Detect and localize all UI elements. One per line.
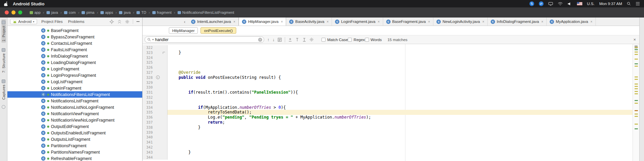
code-line[interactable]: 322 [143, 45, 639, 50]
stripe-mark[interactable] [635, 47, 638, 48]
code-line[interactable]: 335 retryToSendData(); [143, 110, 639, 115]
menubar-clock[interactable]: Mon 9:37 AM [599, 2, 622, 6]
code-line[interactable]: 337 return; [143, 120, 639, 125]
tree-item[interactable]: cLoginFragment [7, 66, 142, 72]
close-tab-icon[interactable]: × [482, 20, 484, 24]
tree-item[interactable]: cNotificationsFiltersListFragment [7, 91, 142, 98]
close-tab-icon[interactable]: × [378, 20, 380, 24]
tree-item[interactable]: cFaultsListFragment [7, 46, 142, 53]
breadcrumb-item[interactable]: TD [136, 10, 146, 14]
show-results-icon[interactable] [278, 38, 282, 42]
code-editor[interactable]: 322323}324325326327@Override328↑public v… [143, 45, 639, 160]
editor-tab[interactable]: cMyApplication.java× [547, 18, 596, 26]
code-line[interactable]: 334 if(MyApplication.numberOfTries > 0){ [143, 105, 639, 110]
filter-icon-2[interactable] [295, 38, 299, 42]
close-tab-icon[interactable]: × [281, 20, 283, 24]
tree-item[interactable]: cNotificationsListFragment [7, 98, 142, 104]
checkbox[interactable] [365, 38, 369, 42]
zoom-window-button[interactable] [18, 10, 22, 14]
stripe-mark[interactable] [635, 100, 638, 101]
tree-item[interactable]: cContactsListFragment [7, 40, 142, 46]
stripe-mark[interactable] [635, 124, 638, 125]
error-stripe[interactable] [633, 44, 639, 161]
code-line[interactable]: 328↑public void onPostExecute(String res… [143, 75, 639, 80]
breadcrumb-item[interactable]: NotificationsFiltersListFragment [178, 10, 234, 14]
breadcrumb-item[interactable]: pima [82, 10, 94, 14]
stripe-mark[interactable] [635, 52, 638, 53]
stripe-mark[interactable] [635, 49, 638, 50]
tree-item[interactable]: cLoadingDialogFragment [7, 59, 142, 66]
stripe-mark[interactable] [635, 76, 638, 77]
code-line[interactable]: 343 } [143, 150, 639, 155]
breadcrumb-item[interactable]: apps [100, 10, 113, 14]
stripe-mark[interactable] [635, 54, 638, 55]
chevron-left-icon[interactable]: ‹ [181, 18, 188, 26]
app-menu-title[interactable]: Android Studio [13, 1, 44, 6]
keyboard-layout-label[interactable]: U.S. [587, 2, 594, 6]
filter-icon-3[interactable] [302, 38, 306, 42]
search-settings-gear-icon[interactable] [309, 37, 314, 42]
search-history-icon[interactable]: ▾ [152, 38, 154, 41]
tree-item[interactable]: cPartitionsNamesFragment [7, 149, 142, 155]
fold-end-icon[interactable] [163, 52, 165, 54]
next-match-icon[interactable]: ↓ [273, 37, 275, 42]
checkbox[interactable] [348, 38, 352, 42]
close-tab-icon[interactable]: × [327, 20, 329, 24]
favorites-icon[interactable] [2, 105, 5, 109]
breadcrumb-item[interactable]: fragment [152, 10, 172, 14]
stripe-mark[interactable] [635, 93, 638, 94]
breadcrumb-item[interactable]: java [119, 10, 130, 14]
stripe-mark[interactable] [635, 84, 638, 85]
overriding-method-icon[interactable]: ↑ [156, 75, 160, 79]
keyboard-flag-icon[interactable] [577, 2, 582, 5]
locate-file-icon[interactable] [110, 20, 114, 24]
stripe-mark[interactable] [635, 110, 638, 111]
project-view-selector[interactable]: Android ▾ [10, 19, 37, 24]
minimize-window-button[interactable] [11, 10, 16, 14]
tab-project-files[interactable]: Project Files [40, 19, 64, 24]
toolwindow-button-structure[interactable]: 7: Structure [1, 47, 6, 74]
settings-gear-icon[interactable] [125, 20, 129, 24]
stripe-mark[interactable] [635, 128, 638, 129]
code-line[interactable]: 342 [143, 145, 639, 150]
tree-item[interactable]: cOutputEditFragment [7, 123, 142, 130]
filter-icon-1[interactable] [288, 38, 292, 42]
notification-center-icon[interactable] [636, 2, 640, 5]
editor-tab[interactable]: cLoginFragment.java× [332, 18, 383, 26]
stripe-mark[interactable] [635, 86, 638, 87]
stripe-mark[interactable] [635, 79, 638, 80]
find-option-match-case[interactable]: Match Case [321, 38, 348, 42]
code-line[interactable]: 327@Override [143, 70, 639, 75]
stripe-mark[interactable] [635, 116, 638, 117]
display-icon[interactable] [548, 2, 553, 6]
stripe-mark[interactable] [635, 88, 638, 89]
code-line[interactable]: 344 [143, 155, 639, 160]
menubar-extra-icon-1[interactable]: ⇅ [529, 1, 534, 6]
search-input[interactable]: ▾ handler × [145, 36, 264, 43]
find-option-regex[interactable]: Regex [348, 38, 365, 42]
breadcrumb-chip[interactable]: onPostExecute() [201, 27, 236, 34]
stripe-mark[interactable] [635, 59, 638, 60]
editor-tab[interactable]: cBaseFragment.java× [383, 18, 434, 26]
editor-tab[interactable]: cBaseActivity.java× [286, 18, 332, 26]
tree-item[interactable]: cPartitionsFragment [7, 142, 142, 149]
editor-tab[interactable]: cHttpManager.java× [239, 18, 286, 26]
close-window-button[interactable] [5, 10, 9, 14]
code-line[interactable]: 330 [143, 85, 639, 90]
editor-tab[interactable]: cIntentLauncher.java× [188, 18, 239, 26]
code-line[interactable]: 323} [143, 50, 639, 55]
tree-item[interactable]: cRefreshableFragment [7, 155, 142, 161]
tree-item[interactable]: cOutputsEnabledListFragment [7, 130, 142, 136]
code-line[interactable]: 336 Log.e("pending", "Pending tryes = " … [143, 115, 639, 120]
tree-item[interactable]: cBaseFragment [7, 27, 142, 34]
previous-match-icon[interactable]: ↑ [267, 37, 270, 42]
editor-tab[interactable]: cNewLoginActivity.java× [433, 18, 488, 26]
code-line[interactable]: 341 [143, 140, 639, 145]
tree-item[interactable]: cLoginProgressFragment [7, 72, 142, 78]
tree-item[interactable]: cNotificationViewFragment [7, 110, 142, 117]
code-line[interactable]: 326 [143, 65, 639, 70]
checkbox[interactable] [321, 38, 326, 42]
tree-item[interactable]: cLogListFragment [7, 78, 142, 85]
code-line[interactable]: 332 [143, 95, 639, 100]
code-line[interactable]: 339 [143, 130, 639, 135]
